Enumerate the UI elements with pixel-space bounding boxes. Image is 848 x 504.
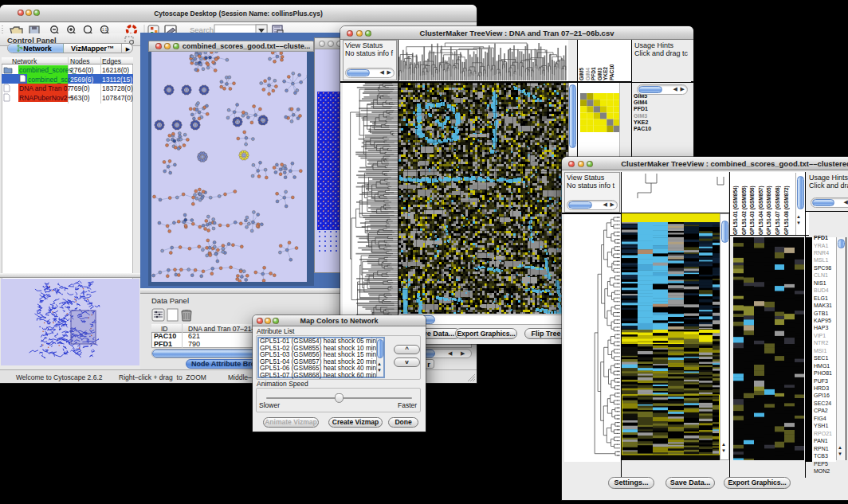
svg-text:1:1: 1:1: [102, 28, 108, 32]
